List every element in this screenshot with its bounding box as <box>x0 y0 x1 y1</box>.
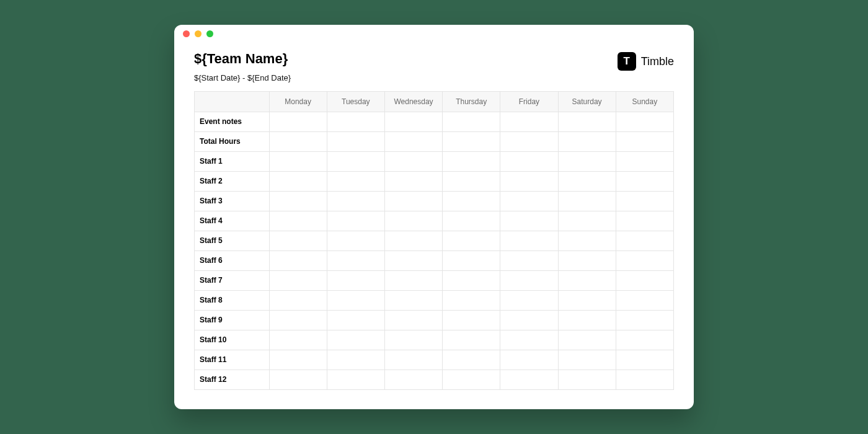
schedule-cell[interactable] <box>500 330 558 350</box>
schedule-cell[interactable] <box>443 250 500 270</box>
schedule-cell[interactable] <box>500 171 558 191</box>
schedule-cell[interactable] <box>443 330 500 350</box>
schedule-cell[interactable] <box>269 290 327 310</box>
schedule-cell[interactable] <box>269 191 327 211</box>
schedule-cell[interactable] <box>558 211 616 231</box>
schedule-cell[interactable] <box>327 211 384 231</box>
close-icon[interactable] <box>183 30 190 37</box>
schedule-cell[interactable] <box>269 350 327 370</box>
schedule-cell[interactable] <box>500 250 558 270</box>
schedule-cell[interactable] <box>558 151 616 171</box>
schedule-cell[interactable] <box>616 250 673 270</box>
schedule-cell[interactable] <box>327 131 384 151</box>
schedule-cell[interactable] <box>558 310 616 330</box>
schedule-cell[interactable] <box>384 290 442 310</box>
schedule-cell[interactable] <box>616 330 673 350</box>
schedule-cell[interactable] <box>384 350 442 370</box>
schedule-cell[interactable] <box>616 231 673 250</box>
schedule-cell[interactable] <box>443 270 500 290</box>
schedule-cell[interactable] <box>269 211 327 231</box>
schedule-cell[interactable] <box>269 370 327 389</box>
schedule-cell[interactable] <box>443 171 500 191</box>
schedule-cell[interactable] <box>558 250 616 270</box>
schedule-cell[interactable] <box>558 112 616 131</box>
schedule-cell[interactable] <box>269 270 327 290</box>
schedule-cell[interactable] <box>443 350 500 370</box>
schedule-cell[interactable] <box>269 131 327 151</box>
schedule-cell[interactable] <box>558 171 616 191</box>
schedule-cell[interactable] <box>500 131 558 151</box>
schedule-cell[interactable] <box>443 131 500 151</box>
schedule-cell[interactable] <box>500 112 558 131</box>
schedule-cell[interactable] <box>327 290 384 310</box>
schedule-cell[interactable] <box>269 151 327 171</box>
schedule-cell[interactable] <box>327 191 384 211</box>
schedule-cell[interactable] <box>384 151 442 171</box>
schedule-cell[interactable] <box>616 151 673 171</box>
schedule-cell[interactable] <box>269 330 327 350</box>
schedule-cell[interactable] <box>558 370 616 389</box>
schedule-cell[interactable] <box>384 250 442 270</box>
schedule-cell[interactable] <box>327 330 384 350</box>
schedule-cell[interactable] <box>500 350 558 370</box>
schedule-cell[interactable] <box>384 270 442 290</box>
schedule-cell[interactable] <box>500 290 558 310</box>
schedule-cell[interactable] <box>327 151 384 171</box>
schedule-cell[interactable] <box>327 370 384 389</box>
schedule-cell[interactable] <box>616 191 673 211</box>
schedule-cell[interactable] <box>558 350 616 370</box>
maximize-icon[interactable] <box>206 30 213 37</box>
schedule-cell[interactable] <box>384 330 442 350</box>
schedule-cell[interactable] <box>500 191 558 211</box>
schedule-cell[interactable] <box>443 112 500 131</box>
schedule-cell[interactable] <box>500 310 558 330</box>
schedule-cell[interactable] <box>327 112 384 131</box>
schedule-cell[interactable] <box>384 211 442 231</box>
schedule-cell[interactable] <box>443 191 500 211</box>
schedule-cell[interactable] <box>384 231 442 250</box>
schedule-cell[interactable] <box>616 310 673 330</box>
schedule-cell[interactable] <box>384 171 442 191</box>
schedule-cell[interactable] <box>558 231 616 250</box>
schedule-cell[interactable] <box>327 231 384 250</box>
schedule-cell[interactable] <box>443 151 500 171</box>
schedule-cell[interactable] <box>616 350 673 370</box>
minimize-icon[interactable] <box>195 30 202 37</box>
schedule-cell[interactable] <box>500 231 558 250</box>
schedule-cell[interactable] <box>384 112 442 131</box>
schedule-cell[interactable] <box>384 131 442 151</box>
schedule-cell[interactable] <box>443 290 500 310</box>
schedule-cell[interactable] <box>384 370 442 389</box>
schedule-cell[interactable] <box>616 370 673 389</box>
schedule-cell[interactable] <box>616 171 673 191</box>
schedule-cell[interactable] <box>327 310 384 330</box>
schedule-cell[interactable] <box>384 310 442 330</box>
schedule-cell[interactable] <box>616 290 673 310</box>
schedule-cell[interactable] <box>443 310 500 330</box>
schedule-cell[interactable] <box>443 211 500 231</box>
schedule-cell[interactable] <box>500 211 558 231</box>
schedule-cell[interactable] <box>327 171 384 191</box>
schedule-cell[interactable] <box>443 370 500 389</box>
schedule-cell[interactable] <box>616 270 673 290</box>
schedule-cell[interactable] <box>558 330 616 350</box>
schedule-cell[interactable] <box>269 171 327 191</box>
schedule-cell[interactable] <box>269 310 327 330</box>
schedule-cell[interactable] <box>616 131 673 151</box>
schedule-cell[interactable] <box>616 211 673 231</box>
schedule-cell[interactable] <box>500 151 558 171</box>
schedule-cell[interactable] <box>327 270 384 290</box>
schedule-cell[interactable] <box>558 131 616 151</box>
schedule-cell[interactable] <box>269 231 327 250</box>
schedule-cell[interactable] <box>558 191 616 211</box>
schedule-cell[interactable] <box>443 231 500 250</box>
schedule-cell[interactable] <box>327 350 384 370</box>
schedule-cell[interactable] <box>327 250 384 270</box>
schedule-cell[interactable] <box>269 112 327 131</box>
schedule-cell[interactable] <box>500 370 558 389</box>
schedule-cell[interactable] <box>384 191 442 211</box>
schedule-cell[interactable] <box>269 250 327 270</box>
schedule-cell[interactable] <box>616 112 673 131</box>
schedule-cell[interactable] <box>558 270 616 290</box>
schedule-cell[interactable] <box>500 270 558 290</box>
